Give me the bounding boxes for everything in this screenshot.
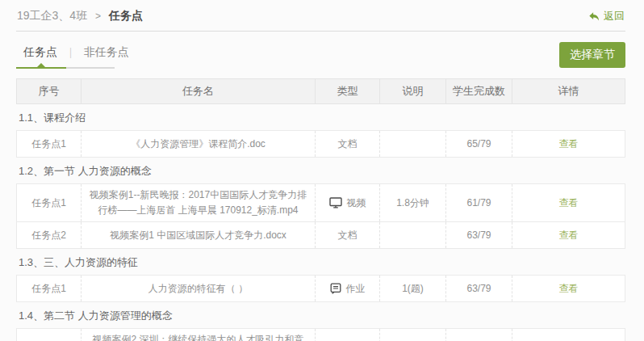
row-type-label: 文档	[338, 228, 358, 243]
row-name: 视频案例1--新民晚报：2017中国国际人才竞争力排行榜——上海居首 上海早晨 …	[82, 184, 316, 221]
table-row: 任务点1 视频案例2 深圳：继续保持强大的人才吸引力和竞争力[深视新闻]_高清.…	[16, 328, 625, 341]
row-desc	[380, 131, 446, 157]
tab-task-points[interactable]: 任务点	[23, 45, 57, 60]
section-title: 1.2、第一节 人力资源的概念	[16, 158, 625, 184]
video-icon	[329, 197, 342, 208]
sub-bar: 任务点 ｜ 非任务点 选择章节	[16, 42, 625, 69]
section-title: 1.4、第二节 人力资源管理的概念	[16, 302, 625, 329]
row-type: 文档	[316, 131, 380, 157]
row-completed: 63/79	[446, 222, 512, 248]
view-link[interactable]: 查看	[559, 228, 579, 243]
row-seq: 任务点1	[17, 329, 82, 341]
row-type-label: 视频	[347, 196, 366, 211]
row-completed: 63/79	[446, 276, 512, 301]
column-header-type: 类型	[316, 79, 380, 103]
column-header-detail: 详情	[512, 79, 625, 103]
select-chapter-button[interactable]: 选择章节	[559, 42, 625, 68]
row-type: 视频	[316, 329, 380, 341]
top-bar: 19工企3、4班 > 任务点 返回	[16, 0, 625, 32]
tab-underline	[16, 67, 115, 69]
table-row: 任务点1 《人力资源管理》课程简介.doc 文档 65/79 查看	[16, 130, 625, 158]
row-type: 作业	[316, 276, 380, 301]
row-type: 文档	[316, 222, 380, 248]
row-completed: 60/79	[446, 329, 512, 341]
back-label: 返回	[604, 9, 625, 23]
section-title: 1.3、三、人力资源的特征	[16, 249, 625, 276]
table-row: 任务点1 人力资源的特征有（ ） 作业 1(题) 63/79 查看	[16, 275, 625, 302]
breadcrumb-separator: >	[95, 11, 101, 22]
table-row: 任务点2 视频案例1 中国区域国际人才竞争力.docx 文档 63/79 查看	[16, 221, 625, 249]
tabs: 任务点 ｜ 非任务点	[16, 42, 129, 69]
breadcrumb-current: 任务点	[109, 9, 143, 22]
column-header-seq: 序号	[17, 79, 82, 103]
assignment-icon	[330, 283, 341, 294]
row-type-label: 文档	[338, 137, 358, 152]
row-completed: 65/79	[446, 131, 512, 157]
row-desc: 1(题)	[380, 276, 446, 301]
page: 19工企3、4班 > 任务点 返回 任务点 ｜ 非任务点 选择章节	[0, 0, 644, 341]
back-button[interactable]: 返回	[588, 9, 625, 23]
view-link[interactable]: 查看	[559, 196, 579, 211]
row-completed: 61/79	[446, 184, 512, 221]
row-name: 《人力资源管理》课程简介.doc	[82, 131, 316, 157]
row-seq: 任务点1	[17, 184, 82, 221]
table-row: 任务点1 视频案例1--新民晚报：2017中国国际人才竞争力排行榜——上海居首 …	[16, 183, 625, 222]
row-type: 视频	[316, 184, 380, 221]
row-desc: 1.8分钟	[380, 184, 446, 221]
column-header-completed: 学生完成数	[446, 79, 512, 103]
active-tab-caret-icon	[37, 63, 45, 67]
row-seq: 任务点2	[17, 222, 82, 248]
column-header-name: 任务名	[82, 79, 316, 103]
column-header-desc: 说明	[380, 79, 446, 103]
row-desc	[380, 222, 446, 248]
tab-divider: ｜	[65, 45, 76, 60]
table-body: 1.1、课程介绍 任务点1 《人力资源管理》课程简介.doc 文档 65/79 …	[16, 104, 625, 341]
breadcrumb-class[interactable]: 19工企3、4班	[17, 9, 87, 22]
view-link[interactable]: 查看	[559, 281, 579, 297]
row-seq: 任务点1	[17, 276, 82, 301]
breadcrumb: 19工企3、4班 > 任务点	[17, 9, 143, 23]
table-header: 序号 任务名 类型 说明 学生完成数 详情	[16, 78, 625, 104]
tab-non-task-points[interactable]: 非任务点	[84, 45, 129, 60]
row-type-label: 作业	[346, 281, 366, 297]
row-name: 人力资源的特征有（ ）	[82, 276, 316, 301]
row-name: 视频案例1 中国区域国际人才竞争力.docx	[82, 222, 316, 248]
section-title: 1.1、课程介绍	[16, 104, 625, 131]
row-desc: 2.3分钟	[380, 329, 446, 341]
row-name: 视频案例2 深圳：继续保持强大的人才吸引力和竞争力[深视新闻]_高清.mp4	[82, 329, 316, 341]
reply-arrow-icon	[588, 11, 600, 22]
task-table: 序号 任务名 类型 说明 学生完成数 详情 1.1、课程介绍 任务点1 《人力资…	[16, 78, 625, 341]
view-link[interactable]: 查看	[559, 137, 579, 152]
row-seq: 任务点1	[17, 131, 82, 157]
